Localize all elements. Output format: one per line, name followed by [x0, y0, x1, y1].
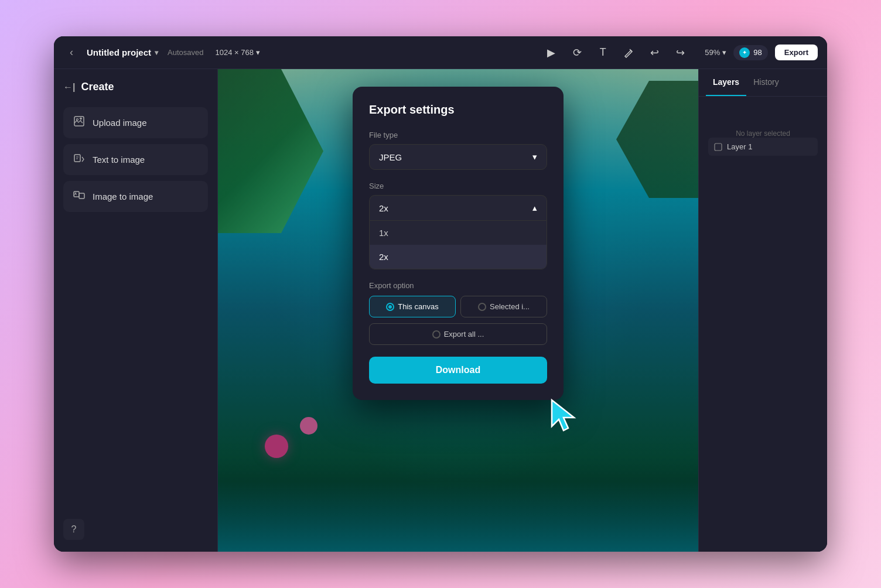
toolbar: ▶ ⟳ T ↩ ↪	[543, 45, 688, 61]
sidebar-item-image-to-image[interactable]: Image to image	[63, 181, 208, 212]
file-type-chevron-icon: ▾	[532, 152, 537, 162]
svg-rect-4	[79, 193, 84, 199]
create-back-icon: ←|	[63, 82, 75, 93]
undo-button[interactable]: ↩	[646, 45, 663, 61]
text-tool[interactable]: T	[595, 45, 611, 61]
layer-item[interactable]: Layer 1	[708, 138, 818, 156]
modal-title: Export settings	[369, 103, 547, 117]
file-type-select[interactable]: JPEG ▾	[369, 144, 547, 170]
svg-point-1	[77, 119, 78, 121]
this-canvas-button[interactable]: This canvas	[369, 296, 456, 317]
export-options-row: This canvas Selected i...	[369, 296, 547, 317]
autosaved-status: Autosaved	[168, 48, 203, 57]
text-to-image-label: Text to image	[93, 155, 145, 165]
credits-icon: ✦	[739, 47, 750, 58]
size-label: Size	[369, 182, 547, 190]
main-area: ←| Create Upload image	[54, 69, 827, 552]
export-all-button[interactable]: Export all ...	[369, 323, 547, 345]
svg-rect-2	[74, 155, 80, 162]
radio-empty-icon	[478, 303, 486, 311]
svg-rect-3	[74, 192, 79, 197]
credits-count: 98	[753, 48, 762, 57]
sidebar-header: ←| Create	[63, 81, 208, 93]
tab-layers[interactable]: Layers	[706, 69, 746, 96]
download-button[interactable]: Download	[369, 357, 547, 384]
sidebar-item-text-to-image[interactable]: Text to image	[63, 144, 208, 175]
upload-icon	[73, 115, 86, 130]
select-tool[interactable]: ▶	[543, 45, 559, 61]
app-window: ‹ Untitled project ▾ Autosaved 1024 × 76…	[54, 36, 827, 552]
size-option-2x[interactable]: 2x	[370, 245, 547, 269]
zoom-chevron-icon: ▾	[722, 48, 726, 57]
rotate-tool[interactable]: ⟳	[569, 45, 585, 61]
sidebar-title: Create	[81, 81, 114, 93]
project-title[interactable]: Untitled project ▾	[87, 47, 158, 57]
help-icon: ?	[71, 524, 77, 535]
no-layer-text: No layer selected	[708, 129, 818, 138]
help-button[interactable]: ?	[63, 519, 84, 540]
redo-button[interactable]: ↪	[672, 45, 688, 61]
panel-tabs: Layers History	[699, 69, 827, 97]
svg-rect-6	[715, 143, 722, 151]
zoom-control[interactable]: 59% ▾	[705, 48, 726, 57]
tab-history[interactable]: History	[746, 69, 786, 96]
cursor-arrow	[546, 394, 581, 429]
size-chevron-icon: ▴	[532, 203, 537, 213]
header-right: 59% ▾ ✦ 98 Export	[705, 45, 818, 60]
dims-chevron-icon: ▾	[256, 48, 260, 57]
export-all-radio-icon	[432, 330, 440, 339]
pen-tool[interactable]	[620, 45, 637, 61]
modal-overlay: Export settings File type JPEG ▾ Size 2x…	[218, 69, 698, 552]
sidebar-item-upload[interactable]: Upload image	[63, 107, 208, 138]
size-dropdown: 1x 2x	[369, 220, 547, 269]
canvas-dimensions[interactable]: 1024 × 768 ▾	[215, 48, 259, 57]
image-to-image-label: Image to image	[93, 192, 153, 201]
size-select[interactable]: 2x ▴	[369, 195, 547, 220]
header: ‹ Untitled project ▾ Autosaved 1024 × 76…	[54, 36, 827, 69]
credits-badge[interactable]: ✦ 98	[733, 45, 767, 60]
layer-label: Layer 1	[727, 142, 752, 151]
export-settings-modal: Export settings File type JPEG ▾ Size 2x…	[353, 87, 564, 400]
radio-inner	[388, 305, 392, 309]
upload-label: Upload image	[93, 118, 147, 128]
size-option-1x[interactable]: 1x	[370, 221, 547, 245]
export-button[interactable]: Export	[775, 45, 818, 60]
title-chevron-icon: ▾	[155, 49, 158, 57]
export-option-label: Export option	[369, 281, 547, 290]
sidebar: ←| Create Upload image	[54, 69, 218, 552]
canvas-area[interactable]: Export settings File type JPEG ▾ Size 2x…	[218, 69, 698, 552]
panel-content: No layer selected Layer 1	[699, 97, 827, 552]
back-button[interactable]: ‹	[63, 45, 80, 61]
right-panel: Layers History No layer selected Layer 1	[698, 69, 827, 552]
selected-button[interactable]: Selected i...	[460, 296, 547, 317]
file-type-label: File type	[369, 131, 547, 139]
text-to-image-icon	[73, 152, 86, 167]
radio-active-icon	[386, 303, 394, 311]
image-to-image-icon	[73, 189, 86, 204]
